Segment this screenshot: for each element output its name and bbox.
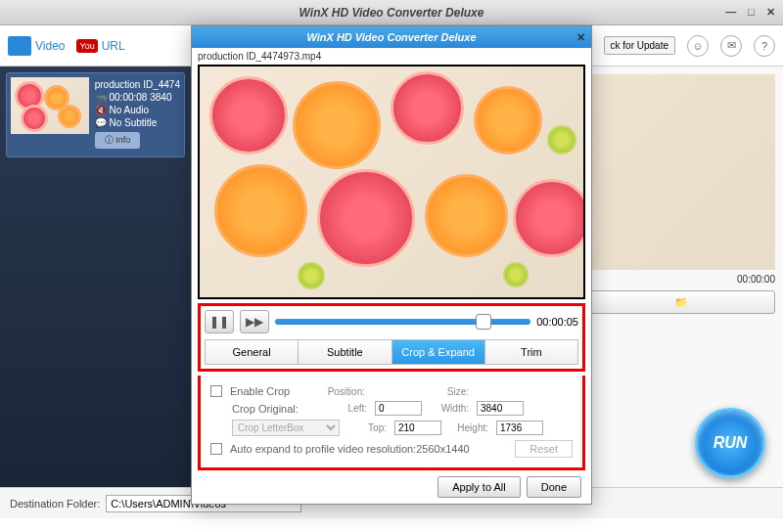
tab-crop-expand[interactable]: Crop & Expand	[392, 340, 485, 364]
apply-all-button[interactable]: Apply to All	[438, 476, 520, 498]
tab-trim[interactable]: Trim	[485, 340, 577, 364]
left-input[interactable]	[375, 401, 422, 416]
folder-button[interactable]: 📁	[587, 290, 775, 314]
preview-end: 00:00:00	[737, 274, 775, 285]
edit-dialog: WinX HD Video Converter Deluxe ✕ product…	[191, 25, 592, 505]
enable-crop-checkbox[interactable]	[210, 385, 222, 397]
autoexpand-checkbox[interactable]	[210, 443, 222, 455]
item-name: production ID_4474	[95, 79, 180, 90]
help-icon[interactable]: ?	[754, 35, 775, 57]
playback-time: 00:00:05	[536, 316, 578, 328]
dialog-title: WinX HD Video Converter Deluxe	[306, 31, 476, 43]
item-time-dim: 📹 00:00:08 3840	[95, 92, 180, 103]
done-button[interactable]: Done	[527, 476, 581, 498]
close-icon[interactable]: ✕	[766, 6, 775, 19]
run-button[interactable]: RUN	[695, 408, 765, 478]
crop-original-label: Crop Original:	[232, 403, 320, 415]
top-input[interactable]	[394, 421, 441, 435]
minimize-icon[interactable]: —	[725, 6, 736, 19]
seek-slider[interactable]	[275, 319, 530, 325]
titlebar: WinX HD Video Converter Deluxe — □ ✕	[0, 0, 783, 25]
dialog-preview[interactable]	[198, 65, 585, 299]
mail-icon[interactable]: ✉	[720, 35, 742, 57]
dest-label: Destination Folder:	[10, 498, 100, 510]
item-audio: 🔇 No Audio	[95, 105, 180, 115]
queue-thumbnail	[11, 77, 89, 134]
queue-item[interactable]: production ID_4474 📹 00:00:08 3840 🔇 No …	[6, 72, 185, 157]
info-button[interactable]: ⓘ Info	[95, 132, 141, 149]
add-video-button[interactable]: Video	[8, 36, 65, 56]
maximize-icon[interactable]: □	[748, 6, 755, 19]
tab-general[interactable]: General	[206, 340, 299, 364]
fastforward-button[interactable]: ▶▶	[240, 310, 269, 333]
pause-button[interactable]: ❚❚	[205, 310, 234, 333]
tab-subtitle[interactable]: Subtitle	[299, 340, 392, 364]
youtube-icon: You	[76, 39, 97, 53]
enable-crop-label: Enable Crop	[230, 385, 318, 397]
height-input[interactable]	[496, 421, 543, 435]
video-plus-icon	[8, 36, 31, 56]
item-subtitle: 💬 No Subtitle	[95, 117, 180, 128]
reset-button[interactable]: Reset	[515, 440, 573, 458]
dialog-close-icon[interactable]: ✕	[576, 31, 585, 44]
crop-mode-select[interactable]: Crop LetterBox	[232, 420, 340, 436]
queue-panel: production ID_4474 📹 00:00:08 3840 🔇 No …	[0, 66, 191, 487]
width-input[interactable]	[477, 401, 524, 416]
app-title: WinX HD Video Converter Deluxe	[299, 6, 484, 20]
add-url-button[interactable]: You URL	[76, 39, 124, 53]
check-update-button[interactable]: ck for Update	[604, 36, 675, 55]
dialog-filename: production ID_4474973.mp4	[192, 48, 591, 65]
user-icon[interactable]: ☺	[687, 35, 709, 57]
autoexpand-label: Auto expand to profile video resolution:…	[230, 443, 507, 455]
